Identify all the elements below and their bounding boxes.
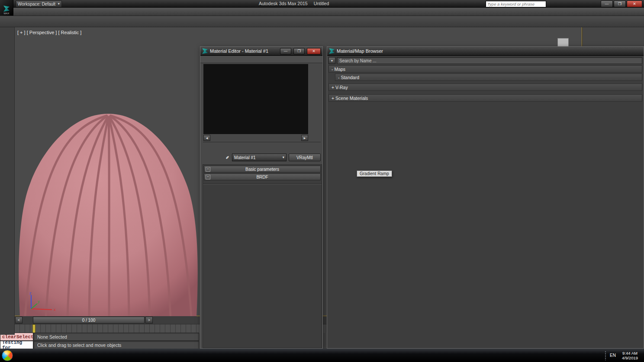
max-logo-icon: [329, 48, 335, 54]
material-editor-menubar: [200, 56, 322, 63]
material-parameters-panel: − Basic parameters − BRDF: [203, 164, 322, 348]
max-logo-icon: [3, 6, 10, 12]
window-fragment: [557, 38, 569, 47]
max-application-button[interactable]: MAX: [0, 0, 13, 16]
axis-x-label: x: [54, 308, 56, 311]
brdf-rollout[interactable]: − BRDF: [204, 173, 321, 180]
max-logo-label: MAX: [3, 12, 9, 15]
close-button[interactable]: ✕: [307, 48, 321, 54]
previous-frame-button[interactable]: <: [15, 317, 23, 324]
window-controls: — ❐ ✕: [601, 0, 642, 7]
windows-orb-icon: [2, 350, 13, 361]
start-button[interactable]: [1, 350, 14, 361]
material-editor-toolbar: [203, 142, 321, 153]
language-indicator[interactable]: EN: [610, 353, 616, 358]
material-name-dropdown[interactable]: Material #1▾: [232, 154, 287, 161]
eyedropper-icon[interactable]: ✒: [224, 154, 232, 161]
minimize-button[interactable]: —: [601, 0, 613, 7]
keyword-search-input[interactable]: Type a keyword or phrase: [486, 1, 546, 7]
scene-materials-group-header[interactable]: + Scene Materials: [328, 94, 642, 102]
material-editor-titlebar[interactable]: Material Editor - Material #1 — ❐ ✕: [200, 47, 322, 56]
sample-slots-grid: [203, 64, 308, 134]
standard-group-header[interactable]: - Standard: [335, 74, 642, 81]
browser-titlebar[interactable]: Material/Map Browser: [327, 47, 644, 56]
scroll-right-button[interactable]: ►: [301, 135, 308, 141]
tooltip: Gradient Ramp: [357, 170, 392, 177]
viewport-label[interactable]: [ + ] [ Perspective ] [ Realistic ]: [17, 30, 81, 35]
main-toolbar: [0, 16, 644, 27]
material-map-browser-window: Material/Map Browser ▼ Search by Name ..…: [327, 46, 644, 349]
left-toolbar: [0, 27, 15, 335]
restore-button[interactable]: ❐: [293, 48, 305, 54]
selection-status: None Selected: [33, 333, 199, 341]
vray-group-header[interactable]: + V-Ray: [328, 83, 642, 91]
listener-line[interactable]: Testing for: [0, 341, 33, 349]
command-panel: [582, 27, 644, 46]
scroll-left-button[interactable]: ◄: [203, 135, 210, 141]
restore-button[interactable]: ❐: [614, 0, 626, 7]
close-button[interactable]: ✕: [627, 0, 642, 7]
windows-taskbar: EN 9:44 AM 4/9/2019: [0, 349, 644, 362]
workspace-dropdown[interactable]: Workspace: Default▾: [16, 0, 62, 7]
material-type-button[interactable]: VRayMtl: [289, 154, 321, 161]
main-menubar: [0, 8, 644, 16]
cactus-object[interactable]: [17, 109, 199, 317]
infocenter: Type a keyword or phrase: [486, 1, 548, 7]
axis-y-label: y: [38, 299, 40, 304]
browser-options-dropdown-icon[interactable]: ▼: [328, 57, 335, 64]
taskbar-clock[interactable]: 9:44 AM 4/9/2019: [622, 351, 638, 360]
next-frame-button[interactable]: >: [145, 317, 153, 324]
window-title: Autodesk 3ds Max 2015Untitled: [259, 1, 329, 6]
collapse-icon[interactable]: −: [206, 167, 210, 172]
max-logo-icon: [202, 48, 208, 54]
taskbar-grip: [605, 351, 607, 360]
browser-search-row: ▼ Search by Name ...: [328, 57, 642, 64]
minimize-button[interactable]: —: [280, 48, 291, 54]
search-by-name-input[interactable]: Search by Name ...: [337, 57, 642, 64]
material-name-row: ✒ Material #1▾ VRayMtl: [203, 153, 321, 162]
desktop-screen: MAX Workspace: Default▾ Autodesk 3ds Max…: [0, 0, 644, 362]
app-titlebar: MAX Workspace: Default▾ Autodesk 3ds Max…: [0, 0, 644, 8]
time-slider[interactable]: 0 / 100: [33, 317, 145, 324]
maps-group-header[interactable]: - Maps: [328, 65, 642, 73]
axis-z-label: z: [29, 291, 32, 295]
axis-gizmo: z x y: [24, 291, 59, 312]
material-editor-window: Material Editor - Material #1 — ❐ ✕ ◄ ► …: [200, 46, 323, 349]
collapse-icon[interactable]: −: [206, 175, 210, 179]
current-frame-marker[interactable]: [32, 324, 35, 333]
prompt-line: Click and drag to select and move object…: [33, 341, 199, 349]
basic-parameters-rollout[interactable]: − Basic parameters: [204, 166, 321, 173]
system-tray: EN 9:44 AM 4/9/2019: [605, 349, 644, 362]
